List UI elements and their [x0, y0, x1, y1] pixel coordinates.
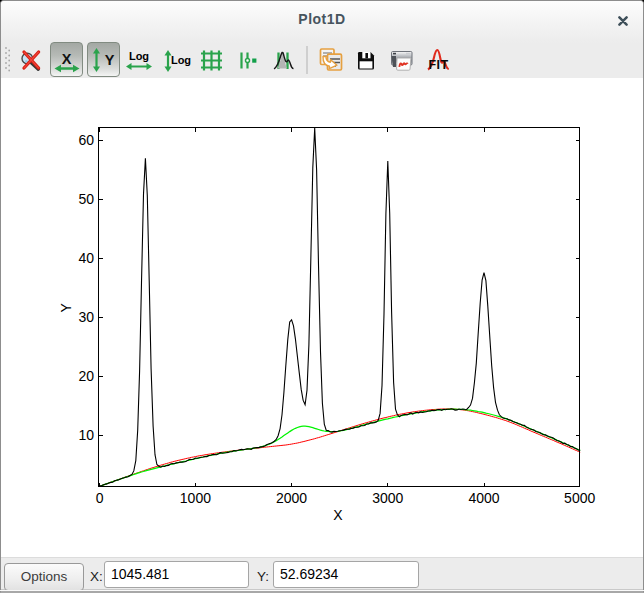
- svg-text:50: 50: [78, 191, 94, 207]
- svg-text:2000: 2000: [276, 490, 307, 506]
- svg-text:30: 30: [78, 309, 94, 325]
- svg-text:X: X: [333, 507, 343, 523]
- svg-text:0: 0: [96, 490, 104, 506]
- svg-text:10: 10: [78, 427, 94, 443]
- svg-text:Log: Log: [171, 54, 191, 66]
- svg-text:60: 60: [78, 132, 94, 148]
- svg-text:20: 20: [78, 368, 94, 384]
- svg-text:X: X: [62, 51, 72, 67]
- svg-text:40: 40: [78, 250, 94, 266]
- svg-text:Y: Y: [58, 302, 74, 312]
- svg-text:Log: Log: [129, 50, 149, 62]
- svg-text:4000: 4000: [468, 490, 499, 506]
- svg-text:1000: 1000: [180, 490, 211, 506]
- svg-text:Y: Y: [105, 52, 115, 68]
- svg-text:5000: 5000: [564, 490, 595, 506]
- svg-text:FIT: FIT: [429, 58, 449, 72]
- svg-text:3000: 3000: [372, 490, 403, 506]
